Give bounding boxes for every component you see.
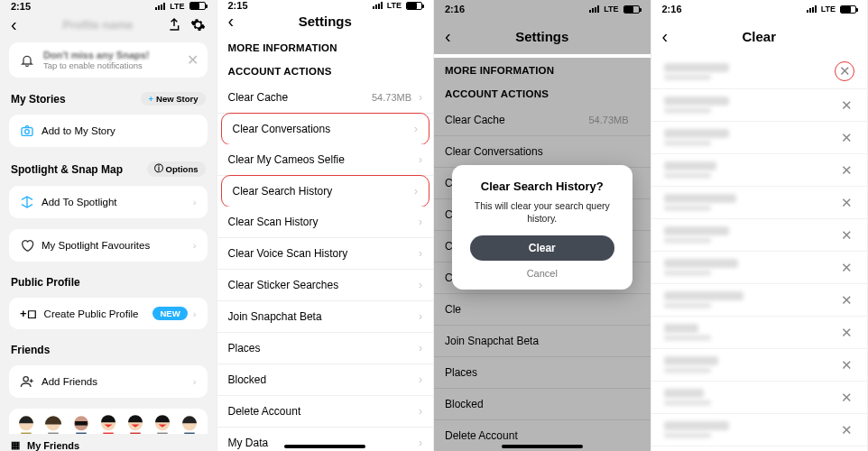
clear-voice-row[interactable]: Clear Voice Scan History › (217, 238, 434, 270)
settings-header: ‹ Settings (217, 11, 434, 32)
back-button[interactable]: ‹ (662, 26, 680, 47)
friends-avatars[interactable] (9, 409, 208, 434)
battery-icon (623, 5, 640, 14)
delete-item-button[interactable]: ✕ (838, 260, 854, 276)
item-name (664, 324, 698, 333)
svg-point-1 (25, 130, 30, 134)
clear-scan-row[interactable]: Clear Scan History › (217, 207, 434, 238)
network-label: LTE (604, 5, 618, 14)
delete-item-button[interactable]: ✕ (838, 195, 854, 211)
row-label: Clear Voice Scan History (228, 247, 348, 260)
delete-item-button[interactable]: ✕ (838, 292, 854, 308)
chevron-right-icon: › (419, 216, 422, 228)
item-sub (664, 74, 711, 80)
signal-icon (155, 3, 165, 10)
page-title: Settings (246, 14, 405, 29)
spotlight-favourites[interactable]: My Spotlight Favourites › (9, 229, 208, 262)
item-sub (664, 140, 711, 146)
chevron-right-icon: › (419, 342, 422, 354)
chevron-right-icon: › (419, 373, 422, 386)
my-friends-row[interactable]: ▦ My Friends (0, 434, 217, 451)
item-name (664, 291, 743, 300)
chevron-right-icon: › (414, 123, 418, 135)
chevron-right-icon: › (193, 308, 197, 319)
avatar-icon (150, 414, 175, 434)
camera-icon (20, 124, 34, 138)
delete-item-button[interactable]: ✕ (838, 162, 854, 179)
options-button[interactable]: ⓘ Options (147, 161, 206, 177)
delete-item-button[interactable]: ✕ (838, 130, 854, 146)
row-label: My Friends (27, 440, 79, 451)
section-label: My Stories (11, 93, 66, 106)
profile-header: ‹ Profile name (0, 13, 217, 37)
section-public-profile: Public Profile (0, 267, 217, 292)
back-button[interactable]: ‹ (11, 14, 29, 35)
row-label: Create Public Profile (44, 308, 139, 319)
share-icon[interactable] (167, 17, 181, 32)
clear-cameos-row[interactable]: Clear My Cameos Selfie › (217, 144, 434, 176)
status-right: LTE (155, 2, 205, 11)
chevron-right-icon: › (193, 376, 197, 387)
row-label: Clear Cache (228, 91, 289, 104)
delete-item-button[interactable]: ✕ (838, 390, 854, 406)
add-to-spotlight[interactable]: Add To Spotlight › (9, 186, 208, 218)
clear-search-row[interactable]: Clear Search History › (221, 175, 430, 207)
screen-settings: 2:15 LTE ‹ Settings MORE INFORMATION ACC… (217, 0, 435, 451)
item-name (664, 63, 729, 72)
delete-item-button[interactable]: ✕ (838, 325, 854, 341)
create-public-profile[interactable]: +◻ Create Public Profile NEW › (9, 298, 208, 329)
back-button[interactable]: ‹ (228, 11, 246, 32)
notification-callout[interactable]: Don't miss any Snaps! Tap to enable noti… (9, 42, 208, 78)
row-label: My Spotlight Favourites (42, 240, 150, 251)
blocked-row[interactable]: Blocked › (217, 364, 434, 396)
add-to-my-story[interactable]: Add to My Story (9, 115, 208, 147)
delete-item-button[interactable]: ✕ (838, 227, 854, 244)
delete-item-button[interactable]: ✕ (838, 97, 854, 114)
row-label: Blocked (228, 373, 267, 386)
status-bar: 2:16 LTE (434, 0, 651, 18)
add-profile-icon: +◻ (20, 307, 37, 320)
clear-item-row: ✕ (651, 54, 868, 89)
home-indicator (502, 445, 583, 448)
item-sub (664, 172, 711, 179)
row-label: Clear My Cameos Selfie (228, 153, 345, 166)
chevron-right-icon: › (419, 91, 422, 104)
back-button[interactable]: ‹ (445, 26, 463, 47)
page-title: Settings (463, 29, 622, 44)
clear-sticker-row[interactable]: Clear Sticker Searches › (217, 270, 434, 301)
clear-header: ‹ Clear (651, 18, 868, 54)
delete-item-button[interactable]: ✕ (836, 63, 853, 79)
section-label: Spotlight & Snap Map (11, 163, 123, 176)
clear-conversations-row[interactable]: Clear Conversations › (221, 113, 430, 145)
network-label: LTE (170, 2, 184, 11)
battery-icon (406, 2, 422, 10)
delete-item-button[interactable]: ✕ (838, 357, 854, 373)
status-right: LTE (589, 5, 639, 14)
status-bar: 2:15 LTE (0, 0, 217, 13)
add-friends[interactable]: Add Friends › (9, 365, 208, 398)
item-name (664, 389, 704, 398)
battery-icon (189, 2, 206, 10)
notif-title: Don't miss any Snaps! (43, 50, 150, 60)
clear-item-row: ✕ (651, 252, 868, 284)
places-row[interactable]: Places › (217, 333, 434, 364)
beta-row[interactable]: Join Snapchat Beta › (217, 301, 434, 333)
clear-item-row: ✕ (651, 122, 868, 154)
svg-point-2 (23, 377, 28, 382)
clear-item-row: ✕ (651, 349, 868, 382)
close-icon[interactable]: ✕ (187, 51, 199, 69)
status-time: 2:16 (445, 4, 465, 14)
status-time: 2:16 (662, 4, 682, 14)
svg-rect-8 (75, 421, 88, 426)
row-label: Add to My Story (42, 125, 115, 136)
clear-button[interactable]: Clear (470, 235, 614, 261)
clear-cache-row[interactable]: Clear Cache 54.73MB › (217, 82, 434, 114)
delete-account-row[interactable]: Delete Account › (217, 396, 434, 428)
gear-icon[interactable] (190, 17, 206, 32)
cancel-button[interactable]: Cancel (465, 268, 620, 279)
item-name (664, 259, 738, 268)
delete-item-button[interactable]: ✕ (838, 422, 854, 438)
screen-profile: 2:15 LTE ‹ Profile name Don't miss any S… (0, 0, 217, 451)
new-story-button[interactable]: +New Story (141, 92, 205, 106)
svg-rect-0 (22, 128, 32, 136)
